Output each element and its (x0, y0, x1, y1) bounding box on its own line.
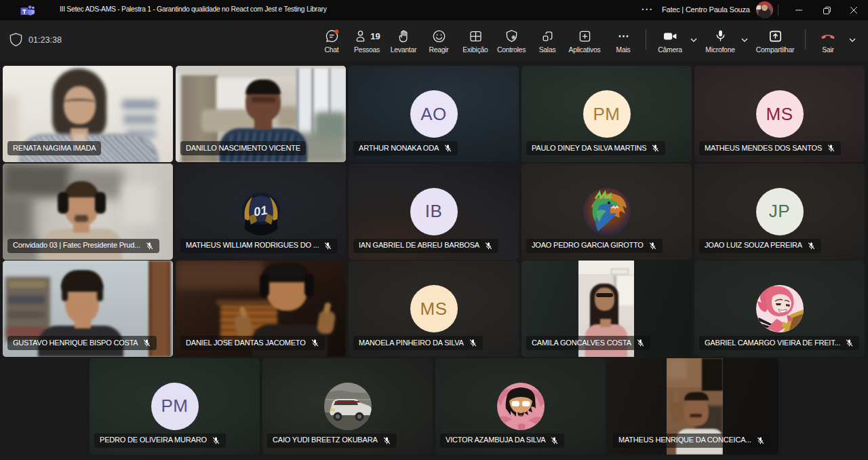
svg-text:01: 01 (252, 203, 268, 218)
